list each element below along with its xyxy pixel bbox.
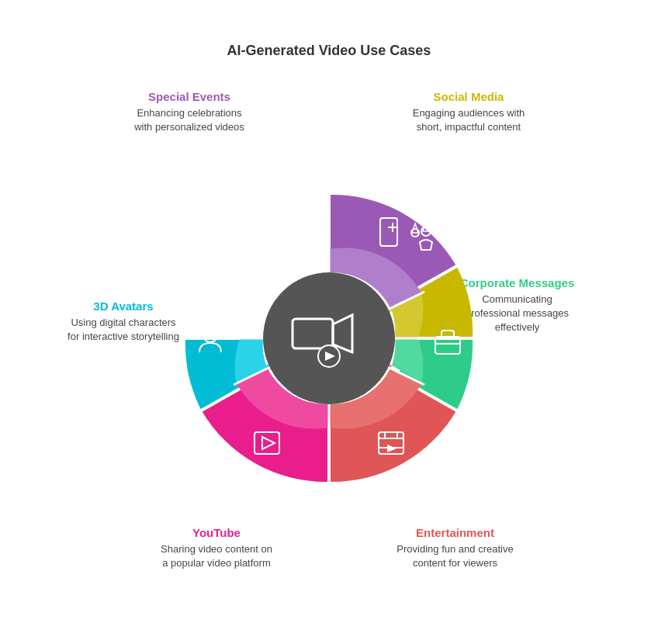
- page-title: AI-Generated Video Use Cases: [227, 43, 431, 59]
- donut-diagram: [166, 175, 492, 501]
- label-youtube: YouTube Sharing video content on a popul…: [158, 526, 275, 570]
- special-events-desc: Enhancing celebrations with personalized…: [127, 106, 251, 134]
- diagram-container: Special Events Enhancing celebrations wi…: [65, 74, 593, 602]
- social-media-title: Social Media: [407, 90, 531, 103]
- entertainment-desc: Providing fun and creative content for v…: [395, 542, 515, 570]
- center-circle: [263, 272, 395, 404]
- label-special-events: Special Events Enhancing celebrations wi…: [127, 90, 251, 134]
- youtube-desc: Sharing video content on a popular video…: [158, 542, 275, 570]
- 3d-avatars-title: 3D Avatars: [65, 299, 182, 313]
- social-media-desc: Engaging audiences with short, impactful…: [407, 106, 531, 134]
- 3d-avatars-desc: Using digital characters for interactive…: [65, 316, 182, 344]
- entertainment-title: Entertainment: [395, 526, 515, 539]
- special-events-title: Special Events: [127, 90, 251, 103]
- label-3d-avatars: 3D Avatars Using digital characters for …: [65, 299, 182, 344]
- label-entertainment: Entertainment Providing fun and creative…: [395, 526, 515, 570]
- youtube-title: YouTube: [158, 526, 275, 539]
- label-social-media: Social Media Engaging audiences with sho…: [407, 90, 531, 134]
